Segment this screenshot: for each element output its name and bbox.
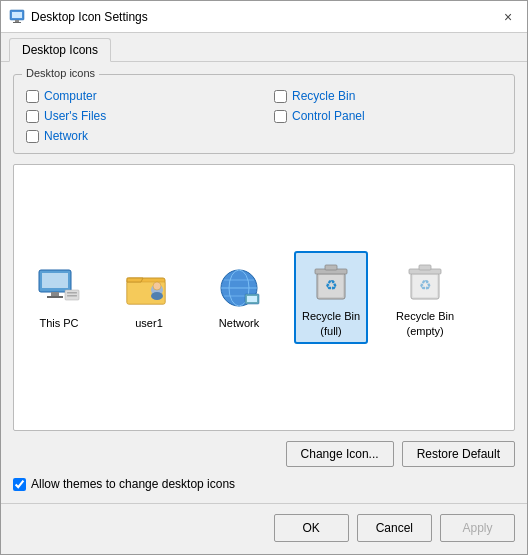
svg-rect-26: [325, 265, 337, 270]
svg-point-14: [153, 282, 161, 290]
checkbox-computer[interactable]: Computer: [26, 89, 254, 103]
checkbox-recycle-bin-input[interactable]: [274, 90, 287, 103]
footer-buttons: OK Cancel Apply: [1, 503, 527, 554]
checkbox-recycle-bin[interactable]: Recycle Bin: [274, 89, 502, 103]
recycle-full-icon: ♻: [307, 257, 355, 305]
user1-label: user1: [135, 316, 163, 330]
allow-themes-label[interactable]: Allow themes to change desktop icons: [31, 477, 235, 491]
icon-action-buttons: Change Icon... Restore Default: [13, 441, 515, 467]
checkbox-network-label: Network: [44, 129, 88, 143]
checkbox-users-files-input[interactable]: [26, 110, 39, 123]
checkboxes-grid: Computer Recycle Bin User's Files Contro…: [26, 89, 502, 143]
change-icon-button[interactable]: Change Icon...: [286, 441, 394, 467]
checkbox-network[interactable]: Network: [26, 129, 254, 143]
svg-text:♻: ♻: [325, 277, 338, 293]
group-title: Desktop icons: [22, 67, 99, 79]
checkbox-network-input[interactable]: [26, 130, 39, 143]
this-pc-icon: [35, 264, 83, 312]
svg-rect-9: [67, 292, 77, 294]
recycle-empty-label: Recycle Bin(empty): [396, 309, 454, 338]
icons-panel[interactable]: This PC user1: [13, 164, 515, 431]
title-bar: Desktop Icon Settings ×: [1, 1, 527, 33]
restore-default-button[interactable]: Restore Default: [402, 441, 515, 467]
allow-themes-checkbox[interactable]: [13, 478, 26, 491]
checkbox-users-files[interactable]: User's Files: [26, 109, 254, 123]
svg-rect-2: [15, 20, 19, 22]
allow-themes-row: Allow themes to change desktop icons: [13, 477, 515, 491]
svg-rect-5: [42, 273, 68, 288]
apply-button[interactable]: Apply: [440, 514, 515, 542]
icon-recycle-full[interactable]: ♻ Recycle Bin(full): [294, 251, 368, 344]
svg-rect-3: [13, 22, 21, 23]
svg-rect-7: [47, 296, 63, 298]
content-area: Desktop icons Computer Recycle Bin User'…: [1, 62, 527, 503]
icon-recycle-empty[interactable]: ♻ Recycle Bin(empty): [388, 251, 462, 344]
svg-rect-1: [12, 12, 22, 18]
checkbox-computer-label: Computer: [44, 89, 97, 103]
checkbox-users-files-label: User's Files: [44, 109, 106, 123]
this-pc-label: This PC: [39, 316, 78, 330]
network-label: Network: [219, 316, 259, 330]
checkbox-computer-input[interactable]: [26, 90, 39, 103]
dialog-window: Desktop Icon Settings × Desktop Icons De…: [0, 0, 528, 555]
svg-rect-31: [419, 265, 431, 270]
dialog-icon: [9, 9, 25, 25]
desktop-icons-group: Desktop icons Computer Recycle Bin User'…: [13, 74, 515, 154]
close-button[interactable]: ×: [497, 6, 519, 28]
network-icon: [215, 264, 263, 312]
svg-rect-22: [247, 296, 257, 302]
dialog-title: Desktop Icon Settings: [31, 10, 497, 24]
tab-bar: Desktop Icons: [1, 33, 527, 62]
svg-rect-10: [67, 295, 77, 297]
icon-network[interactable]: Network: [204, 258, 274, 336]
recycle-full-label: Recycle Bin(full): [302, 309, 360, 338]
icon-user1[interactable]: user1: [114, 258, 184, 336]
checkbox-recycle-bin-label: Recycle Bin: [292, 89, 355, 103]
checkbox-control-panel-label: Control Panel: [292, 109, 365, 123]
svg-text:♻: ♻: [419, 277, 432, 293]
ok-button[interactable]: OK: [274, 514, 349, 542]
checkbox-control-panel-input[interactable]: [274, 110, 287, 123]
recycle-empty-icon: ♻: [401, 257, 449, 305]
icon-this-pc[interactable]: This PC: [24, 258, 94, 336]
cancel-button[interactable]: Cancel: [357, 514, 432, 542]
svg-point-15: [151, 292, 163, 300]
user1-icon: [125, 264, 173, 312]
tab-desktop-icons[interactable]: Desktop Icons: [9, 38, 111, 62]
checkbox-control-panel[interactable]: Control Panel: [274, 109, 502, 123]
svg-rect-6: [51, 292, 59, 296]
